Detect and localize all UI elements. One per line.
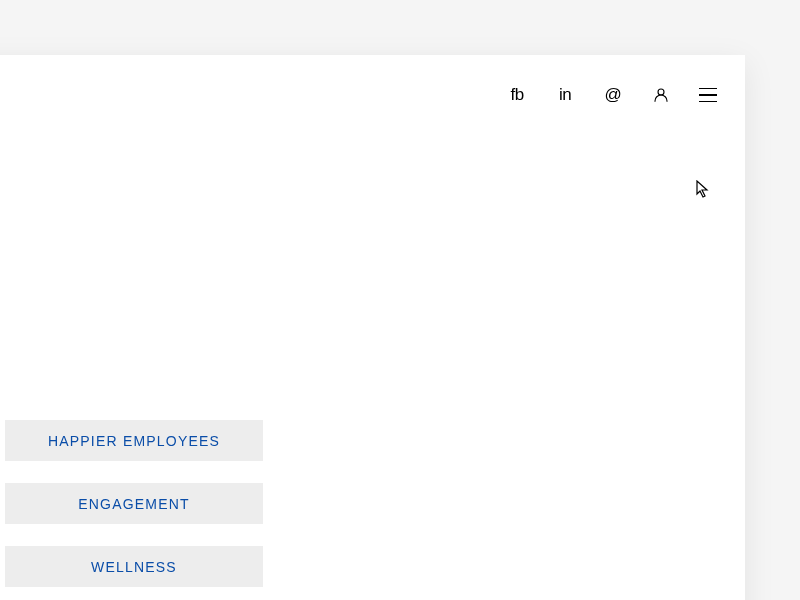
email-icon[interactable]: @	[603, 85, 623, 105]
happier-employees-button[interactable]: HAPPIER EMPLOYEES	[5, 420, 263, 461]
svg-point-0	[658, 89, 664, 95]
button-group: HAPPIER EMPLOYEES ENGAGEMENT WELLNESS	[5, 420, 263, 587]
page-container: fb in @ NCE HAPPIER EMPLOYEES ENGAGEMENT…	[0, 55, 745, 600]
engagement-button[interactable]: ENGAGEMENT	[5, 483, 263, 524]
facebook-icon[interactable]: fb	[507, 85, 527, 105]
cursor-icon	[696, 180, 710, 198]
linkedin-icon[interactable]: in	[555, 85, 575, 105]
user-icon[interactable]	[651, 85, 671, 105]
wellness-button[interactable]: WELLNESS	[5, 546, 263, 587]
hamburger-menu-icon[interactable]	[699, 88, 717, 103]
top-navigation: fb in @	[507, 85, 717, 105]
